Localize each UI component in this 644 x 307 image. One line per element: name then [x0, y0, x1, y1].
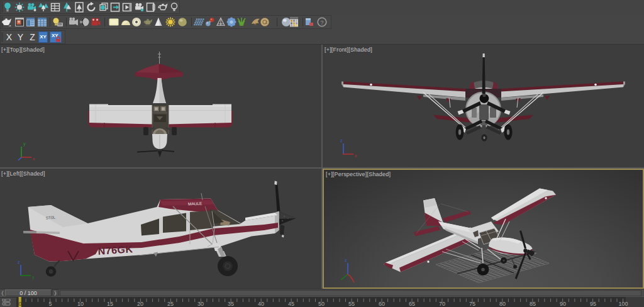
- svg-text:MAULE: MAULE: [188, 201, 203, 206]
- svg-text:z: z: [18, 260, 20, 264]
- svg-text:?: ?: [320, 20, 323, 26]
- svg-text:z: z: [345, 258, 347, 262]
- svg-text:x: x: [33, 157, 35, 161]
- svg-text:y: y: [32, 275, 35, 280]
- svg-text:z: z: [340, 138, 343, 143]
- svg-text:y: y: [23, 142, 26, 147]
- svg-text:HF: HF: [253, 23, 258, 26]
- svg-text:x: x: [355, 154, 357, 158]
